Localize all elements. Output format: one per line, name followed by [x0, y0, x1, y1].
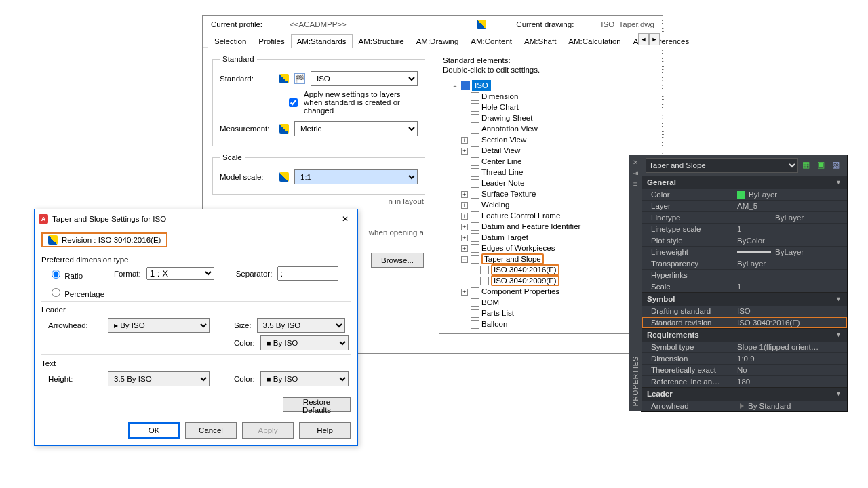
palette-row[interactable]: ColorByLayer [642, 188, 847, 200]
palette-row[interactable]: LayerAM_5 [642, 200, 847, 211]
palette-row[interactable]: Scale1 [642, 281, 847, 292]
tab-am-structure[interactable]: AM:Structure [353, 34, 410, 48]
tree-item[interactable]: Datum and Feature Identifier [481, 222, 580, 230]
palette-pim-icon[interactable]: ▧ [832, 160, 843, 171]
tab-am-calculation[interactable]: AM:Calculation [562, 34, 627, 48]
tree-item[interactable]: BOM [481, 298, 499, 306]
format-dropdown[interactable]: 1 : X [146, 267, 214, 280]
palette-quickselect-icon[interactable]: ▦ [802, 160, 813, 171]
tree-item[interactable]: Hole Chart [481, 103, 519, 111]
apply-settings-checkbox[interactable] [289, 98, 298, 107]
palette-row[interactable]: Hyperlinks [642, 269, 847, 281]
close-button[interactable]: ✕ [337, 212, 353, 226]
palette-row[interactable]: TransparencyByLayer [642, 258, 847, 269]
palette-row[interactable]: Standard revisionISO 3040:2016(E) [642, 317, 847, 328]
palette-row[interactable]: Dimension1:0.9 [642, 352, 847, 364]
help-button[interactable]: Help [299, 422, 351, 439]
palette-row[interactable]: Plot styleByColor [642, 235, 847, 246]
dialog-title: Taper and Slope Settings for ISO [52, 215, 166, 223]
tab-am-preferences[interactable]: AM:Preferences [627, 34, 695, 48]
palette-row[interactable]: LinetypeByLayer [642, 211, 847, 223]
palette-group-requirements[interactable]: Requirements▼ [642, 328, 847, 341]
palette-row[interactable]: Theoretically exactNo [642, 364, 847, 375]
standard-dropdown[interactable]: ISO [311, 71, 418, 86]
modelscale-label: Model scale: [220, 173, 274, 181]
tree-node-icon [471, 190, 479, 199]
palette-selectobj-icon[interactable]: ▣ [817, 160, 828, 171]
tab-am-standards[interactable]: AM:Standards [291, 34, 353, 48]
tab-profiles[interactable]: Profiles [252, 34, 290, 48]
palette-object-selector[interactable]: Taper and Slope [646, 158, 798, 173]
apply-settings-label: Apply new settings to layers when standa… [304, 90, 418, 115]
standard-elements-tree[interactable]: −ISODimensionHole ChartDrawing SheetAnno… [439, 77, 654, 334]
palette-group-leader[interactable]: Leader▼ [642, 387, 847, 400]
arrowhead-dropdown[interactable]: ▸ By ISO [108, 318, 210, 333]
tree-item[interactable]: ISO 3040:2009(E) [494, 277, 557, 285]
palette-row[interactable]: Reference line an…180 [642, 375, 847, 387]
ok-button[interactable]: OK [128, 422, 180, 439]
palette-menu-icon[interactable]: ≡ [631, 180, 639, 188]
tree-item[interactable]: Feature Control Frame [481, 211, 560, 220]
text-height-dropdown[interactable]: 3.5 By ISO [108, 371, 210, 386]
palette-group-symbol[interactable]: Symbol▼ [642, 292, 847, 305]
ratio-radio[interactable]: Ratio [48, 268, 83, 280]
restore-defaults-button[interactable]: Restore Defaults [283, 397, 351, 412]
palette-row[interactable]: ArrowheadBy Standard [642, 400, 847, 411]
taper-settings-dialog: Taper and Slope Settings for ISO ✕ Revis… [34, 209, 358, 446]
tree-node-icon [471, 125, 479, 134]
tree-item[interactable]: Datum Target [481, 233, 528, 241]
palette-row[interactable]: Drafting standardISO [642, 305, 847, 317]
tree-node-icon [471, 222, 479, 231]
current-profile-label: Current profile: [211, 20, 262, 28]
measurement-dropdown[interactable]: Metric [294, 121, 418, 136]
tree-item[interactable]: Parts List [481, 309, 514, 317]
tab-am-content[interactable]: AM:Content [465, 34, 518, 48]
browse-button[interactable]: Browse... [371, 253, 424, 268]
tree-item[interactable]: Annotation View [481, 125, 538, 133]
preferred-dimension-label: Preferred dimension type [41, 256, 351, 264]
standard-flag-icon: 🏁 [294, 73, 305, 84]
palette-row[interactable]: LineweightByLayer [642, 246, 847, 258]
tree-item[interactable]: Balloon [481, 320, 507, 328]
scale-group: Scale Model scale: 1:1 [212, 153, 425, 195]
modelscale-dropdown[interactable]: 1:1 [294, 169, 418, 184]
tree-toggle[interactable]: − [452, 83, 458, 89]
palette-close-icon[interactable]: ✕ [631, 158, 639, 166]
tab-nav-next[interactable]: ► [649, 33, 660, 45]
apply-button[interactable]: Apply [242, 422, 294, 439]
tree-item[interactable]: Leader Note [481, 179, 524, 187]
tree-root-node[interactable]: ISO [472, 80, 491, 91]
tree-node-icon [471, 179, 479, 188]
cancel-button[interactable]: Cancel [185, 422, 237, 439]
tree-node-icon [471, 255, 479, 264]
tree-node-icon [471, 201, 479, 209]
tree-item[interactable]: Edges of Workpieces [481, 244, 555, 252]
separator-input[interactable] [277, 266, 338, 281]
tab-am-drawing[interactable]: AM:Drawing [410, 34, 465, 48]
properties-palette: ✕ ⇥ ≡ PROPERTIES Taper and Slope ▦ ▣ ▧ G… [641, 155, 848, 412]
tree-item[interactable]: Taper and Slope [484, 255, 541, 263]
current-drawing-value: ISO_Taper.dwg [601, 20, 654, 28]
text-color-dropdown[interactable]: ■ By ISO [260, 371, 349, 386]
palette-pin-icon[interactable]: ⇥ [631, 169, 639, 177]
tab-selection[interactable]: Selection [208, 34, 252, 48]
tab-am-shaft[interactable]: AM:Shaft [518, 34, 562, 48]
tree-item[interactable]: Detail View [481, 146, 520, 155]
percentage-radio[interactable]: Percentage [48, 286, 104, 298]
tree-item[interactable]: Dimension [481, 92, 518, 100]
tree-item[interactable]: ISO 3040:2016(E) [494, 266, 557, 274]
tab-nav-prev[interactable]: ◄ [638, 33, 649, 45]
tree-item[interactable]: Thread Line [481, 168, 523, 176]
palette-row[interactable]: Linetype scale1 [642, 223, 847, 235]
leader-size-dropdown[interactable]: 3.5 By ISO [257, 318, 345, 333]
palette-group-general[interactable]: General▼ [642, 176, 847, 188]
tree-item[interactable]: Welding [481, 201, 509, 209]
leader-color-dropdown[interactable]: ■ By ISO [260, 336, 349, 350]
tree-node-icon [471, 103, 479, 112]
palette-row[interactable]: Symbol typeSlope 1(flipped orient… [642, 341, 847, 352]
tree-item[interactable]: Section View [481, 136, 526, 144]
tree-item[interactable]: Component Properties [481, 287, 559, 296]
tree-item[interactable]: Surface Texture [481, 190, 536, 198]
tree-item[interactable]: Center Line [481, 157, 521, 165]
tree-item[interactable]: Drawing Sheet [481, 114, 532, 122]
